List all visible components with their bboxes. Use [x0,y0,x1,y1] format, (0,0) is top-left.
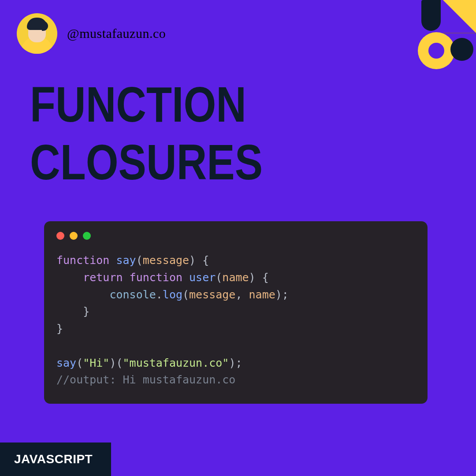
code-keyword: return function [83,271,182,284]
code-punc: . [156,288,163,301]
code-punc: ( [136,254,143,267]
username-handle: @mustafauzun.co [67,26,166,41]
corner-decoration-icon [375,0,476,71]
code-punc: ) { [249,271,269,284]
code-punc: ( [182,288,189,301]
code-indent [56,271,83,284]
code-punc: ( [76,357,83,369]
code-call: say [56,357,76,369]
code-block: function say(message) { return function … [56,252,415,389]
code-indent [56,288,109,301]
window-controls [56,232,415,240]
code-string: "mustafauzun.co" [123,357,229,369]
code-method: log [163,288,182,301]
code-brace: } [56,305,89,318]
code-param: name [222,271,249,284]
svg-point-2 [428,43,444,59]
code-fnname: say [116,254,136,267]
code-brace: } [56,322,63,335]
code-string: "Hi" [83,357,109,369]
code-fnname: user [189,271,216,284]
code-arg: message [189,288,235,301]
code-punc: ); [275,288,289,301]
code-param: message [143,254,189,267]
code-keyword: function [56,254,109,267]
code-arg: name [249,288,275,301]
svg-point-3 [450,38,473,61]
language-tag: JAVASCRIPT [0,443,111,476]
code-comment: //output: Hi mustafauzun.co [56,373,235,386]
code-punc: ( [216,271,222,284]
maximize-icon [83,232,91,240]
code-punc: ) { [189,254,209,267]
code-punc: )( [109,357,123,369]
code-window: function say(message) { return function … [44,221,428,404]
code-punc: ); [229,357,242,369]
page-title: FUNCTION CLOSURES [30,75,423,191]
avatar [17,13,57,54]
close-icon [56,232,64,240]
minimize-icon [70,232,78,240]
code-object: console [109,288,156,301]
code-punc: , [235,288,249,301]
